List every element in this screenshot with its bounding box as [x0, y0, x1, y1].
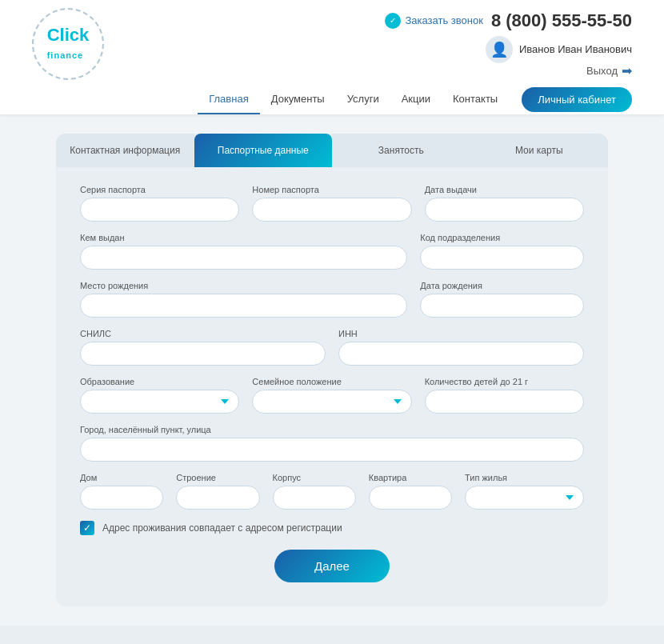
nav-links: Главная Документы Услуги Акции Контакты	[198, 85, 509, 114]
group-issue-date: Дата выдачи	[425, 185, 584, 222]
group-birthdate: Дата рождения	[420, 281, 584, 318]
input-house[interactable]	[80, 486, 163, 510]
group-dept-code: Код подразделения	[420, 233, 584, 270]
header: Click finance ✓ Заказать звонок 8 (800) …	[0, 0, 664, 114]
group-birthplace: Место рождения	[80, 281, 407, 318]
checkbox-same-address[interactable]: ✓	[80, 521, 94, 535]
select-housing-type[interactable]	[465, 486, 584, 510]
group-education: Образование	[80, 377, 239, 414]
label-passport-series: Серия паспорта	[80, 185, 239, 194]
call-link[interactable]: ✓ Заказать звонок	[385, 13, 482, 29]
input-snils[interactable]	[80, 342, 326, 366]
row-birthplace-birthdate: Место рождения Дата рождения	[80, 281, 584, 318]
logout-icon: ➡	[622, 63, 632, 78]
group-building: Строение	[176, 473, 259, 510]
input-building[interactable]	[176, 486, 259, 510]
input-address[interactable]	[80, 438, 584, 462]
input-birthdate[interactable]	[420, 294, 584, 318]
group-address: Город, населённый пункт, улица	[80, 425, 584, 462]
form-body: Серия паспорта Номер паспорта Дата выдач…	[56, 167, 608, 606]
label-inn: ИНН	[338, 329, 584, 338]
row-edu-marital-children: Образование Семейное положение Количеств…	[80, 377, 584, 414]
nav-home[interactable]: Главная	[198, 85, 259, 114]
logo: Click finance	[32, 8, 104, 80]
phone-icon: ✓	[385, 13, 401, 29]
input-children[interactable]	[425, 390, 584, 414]
label-apt: Квартира	[369, 473, 452, 482]
tab-employment[interactable]: Занятость	[332, 134, 470, 167]
tab-contact-info[interactable]: Контактная информация	[56, 134, 194, 167]
label-birthplace: Место рождения	[80, 281, 407, 290]
group-house: Дом	[80, 473, 163, 510]
logo-circle: Click finance	[32, 8, 104, 80]
label-address: Город, населённый пункт, улица	[80, 425, 584, 434]
user-name: Иванов Иван Иванович	[519, 43, 632, 55]
group-children: Количество детей до 21 г	[425, 377, 584, 414]
avatar: 👤	[486, 36, 513, 63]
nav-row: Главная Документы Услуги Акции Контакты …	[32, 85, 632, 114]
label-education: Образование	[80, 377, 239, 386]
label-marital: Семейное положение	[252, 377, 411, 386]
tabs-bar: Контактная информация Паспортные данные …	[56, 134, 608, 167]
checkbox-same-address-row: ✓ Адрес проживания совпадает с адресом р…	[80, 521, 584, 535]
logo-text: Click finance	[47, 26, 90, 62]
label-issue-date: Дата выдачи	[425, 185, 584, 194]
label-birthdate: Дата рождения	[420, 281, 584, 290]
logout-row[interactable]: Выход ➡	[586, 63, 632, 78]
next-button[interactable]: Далее	[274, 550, 390, 582]
group-inn: ИНН	[338, 329, 584, 366]
nav-promos[interactable]: Акции	[390, 85, 442, 114]
label-housing-type: Тип жилья	[465, 473, 584, 482]
group-section: Корпус	[273, 473, 356, 510]
input-inn[interactable]	[338, 342, 584, 366]
group-marital: Семейное положение	[252, 377, 411, 414]
tab-passport[interactable]: Паспортные данные	[194, 134, 333, 167]
label-house: Дом	[80, 473, 163, 482]
select-marital[interactable]	[252, 390, 411, 414]
nav-services[interactable]: Услуги	[336, 85, 390, 114]
group-issued-by: Кем выдан	[80, 233, 407, 270]
row-issued-by-dept: Кем выдан Код подразделения	[80, 233, 584, 270]
group-passport-number: Номер паспорта	[252, 185, 411, 222]
tab-cards[interactable]: Мои карты	[470, 134, 609, 167]
label-dept-code: Код подразделения	[420, 233, 584, 242]
user-area: 👤 Иванов Иван Иванович Выход ➡	[486, 34, 632, 78]
input-passport-number[interactable]	[252, 198, 411, 222]
input-dept-code[interactable]	[420, 246, 584, 270]
input-apt[interactable]	[369, 486, 452, 510]
group-apt: Квартира	[369, 473, 452, 510]
call-row: ✓ Заказать звонок 8 (800) 555-55-50	[385, 10, 632, 31]
input-passport-series[interactable]	[80, 198, 239, 222]
label-children: Количество детей до 21 г	[425, 377, 584, 386]
label-building: Строение	[176, 473, 259, 482]
row-snils-inn: СНИЛС ИНН	[80, 329, 584, 366]
input-issued-by[interactable]	[80, 246, 407, 270]
cabinet-button-header[interactable]: Личный кабинет	[522, 87, 632, 112]
main-content: Контактная информация Паспортные данные …	[56, 134, 608, 606]
label-section: Корпус	[273, 473, 356, 482]
header-right: ✓ Заказать звонок 8 (800) 555-55-50 👤 Ив…	[385, 10, 632, 78]
row-passport-series-number-date: Серия паспорта Номер паспорта Дата выдач…	[80, 185, 584, 222]
input-birthplace[interactable]	[80, 294, 407, 318]
nav-docs[interactable]: Документы	[260, 85, 336, 114]
label-issued-by: Кем выдан	[80, 233, 407, 242]
phone-number: 8 (800) 555-55-50	[491, 10, 632, 31]
label-same-address: Адрес проживания совпадает с адресом рег…	[102, 522, 342, 534]
input-section[interactable]	[273, 486, 356, 510]
input-issue-date[interactable]	[425, 198, 584, 222]
group-passport-series: Серия паспорта	[80, 185, 239, 222]
footer: Click finance Микрофинансовая организаци…	[0, 626, 664, 644]
label-snils: СНИЛС	[80, 329, 326, 338]
nav-contacts[interactable]: Контакты	[442, 85, 509, 114]
label-passport-number: Номер паспорта	[252, 185, 411, 194]
group-snils: СНИЛС	[80, 329, 326, 366]
row-house-building-section-apt-type: Дом Строение Корпус Квартира Тип жилья	[80, 473, 584, 510]
select-education[interactable]	[80, 390, 239, 414]
group-housing-type: Тип жилья	[465, 473, 584, 510]
row-address: Город, населённый пункт, улица	[80, 425, 584, 462]
user-row: 👤 Иванов Иван Иванович	[486, 36, 632, 63]
